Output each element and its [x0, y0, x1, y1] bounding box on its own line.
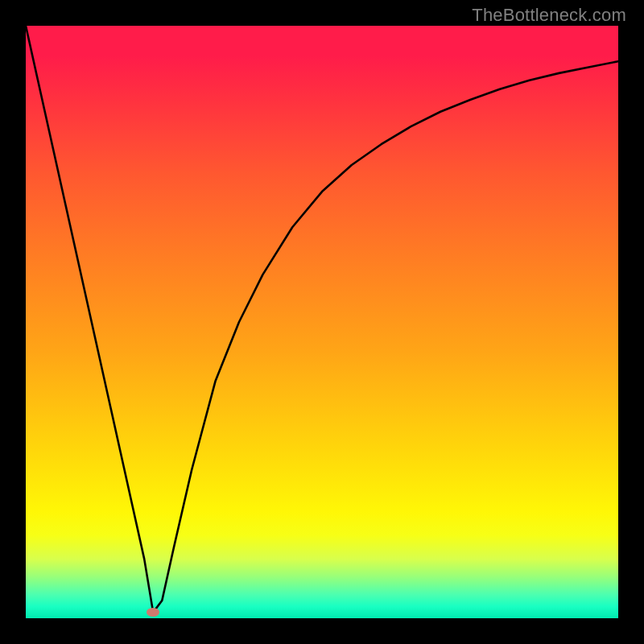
bottleneck-curve [26, 26, 618, 618]
optimal-point-marker [147, 608, 159, 617]
watermark-text: TheBottleneck.com [472, 5, 626, 26]
chart-frame: TheBottleneck.com [0, 0, 644, 644]
curve-path [26, 26, 618, 613]
plot-area [26, 26, 618, 618]
